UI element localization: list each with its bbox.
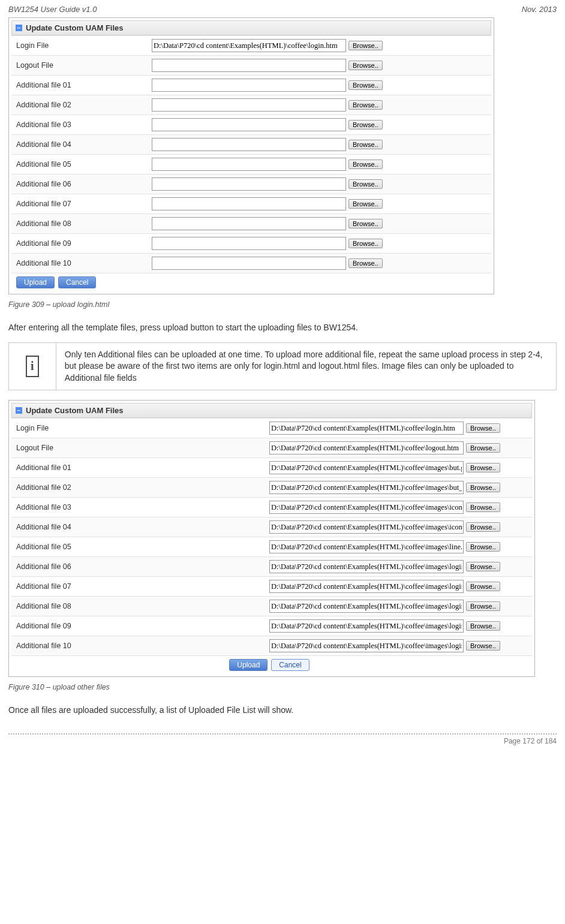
file-row-controls: Browse.. bbox=[147, 155, 491, 174]
file-row-label: Additional file 03 bbox=[11, 498, 265, 517]
browse-button[interactable]: Browse.. bbox=[348, 179, 383, 189]
browse-button[interactable]: Browse.. bbox=[348, 100, 383, 110]
file-row: Login FileBrowse.. bbox=[11, 36, 491, 56]
file-path-input[interactable] bbox=[269, 441, 464, 455]
file-path-input[interactable] bbox=[269, 422, 464, 435]
page-header: BW1254 User Guide v1.0 Nov. 2013 bbox=[8, 5, 557, 17]
browse-button[interactable]: Browse.. bbox=[466, 483, 500, 492]
file-path-input[interactable] bbox=[269, 580, 464, 593]
file-path-input[interactable] bbox=[269, 639, 464, 652]
file-row-controls: Browse.. bbox=[147, 115, 491, 135]
file-path-input[interactable] bbox=[269, 461, 464, 474]
file-row: Additional file 06Browse.. bbox=[11, 557, 532, 577]
file-row-controls: Browse.. bbox=[265, 537, 532, 557]
file-path-input[interactable] bbox=[269, 501, 464, 514]
info-icon: i bbox=[26, 356, 39, 377]
file-row-label: Logout File bbox=[11, 438, 265, 458]
file-row-controls: Browse.. bbox=[265, 478, 532, 498]
browse-button[interactable]: Browse.. bbox=[466, 621, 500, 631]
file-row-label: Additional file 08 bbox=[11, 214, 147, 234]
panel2-table: Login FileBrowse..Logout FileBrowse..Add… bbox=[11, 418, 532, 674]
file-row-label: Additional file 03 bbox=[11, 115, 147, 135]
file-row-label: Additional file 02 bbox=[11, 478, 265, 498]
file-row-controls: Browse.. bbox=[265, 517, 532, 537]
file-row: Additional file 07Browse.. bbox=[11, 194, 491, 214]
browse-button[interactable]: Browse.. bbox=[348, 120, 383, 130]
file-path-input[interactable] bbox=[152, 98, 346, 112]
figure-caption-2: Figure 310 – upload other files bbox=[8, 683, 557, 691]
browse-button[interactable]: Browse.. bbox=[466, 641, 500, 651]
file-path-input[interactable] bbox=[269, 560, 464, 573]
browse-button[interactable]: Browse.. bbox=[348, 61, 383, 70]
file-row-controls: Browse.. bbox=[147, 95, 491, 115]
browse-button[interactable]: Browse.. bbox=[348, 239, 383, 248]
file-path-input[interactable] bbox=[152, 177, 346, 191]
file-path-input[interactable] bbox=[152, 197, 346, 210]
upload-button[interactable]: Upload bbox=[229, 659, 268, 671]
browse-button[interactable]: Browse.. bbox=[466, 522, 500, 532]
file-row: Additional file 04Browse.. bbox=[11, 135, 491, 155]
file-row-label: Additional file 08 bbox=[11, 597, 265, 616]
file-row: Logout FileBrowse.. bbox=[11, 56, 491, 76]
collapse-icon[interactable] bbox=[16, 25, 22, 31]
browse-button[interactable]: Browse.. bbox=[466, 423, 500, 433]
file-row: Additional file 01Browse.. bbox=[11, 458, 532, 478]
collapse-icon[interactable] bbox=[16, 407, 22, 414]
browse-button[interactable]: Browse.. bbox=[348, 159, 383, 169]
browse-button[interactable]: Browse.. bbox=[348, 258, 383, 268]
file-path-input[interactable] bbox=[269, 619, 464, 633]
browse-button[interactable]: Browse.. bbox=[466, 463, 500, 472]
file-row-label: Additional file 07 bbox=[11, 194, 147, 214]
file-path-input[interactable] bbox=[152, 118, 346, 131]
file-path-input[interactable] bbox=[152, 257, 346, 270]
upload-button[interactable]: Upload bbox=[16, 276, 55, 288]
file-row-label: Additional file 05 bbox=[11, 155, 147, 174]
doc-date: Nov. 2013 bbox=[522, 5, 557, 14]
paragraph-1: After entering all the template files, p… bbox=[8, 322, 557, 334]
file-row-controls: Browse.. bbox=[265, 557, 532, 577]
file-row-label: Additional file 10 bbox=[11, 636, 265, 656]
file-path-input[interactable] bbox=[152, 237, 346, 250]
browse-button[interactable]: Browse.. bbox=[348, 41, 383, 50]
browse-button[interactable]: Browse.. bbox=[466, 542, 500, 552]
page-footer: Page 172 of 184 bbox=[8, 733, 557, 745]
file-row-label: Additional file 01 bbox=[11, 458, 265, 478]
page-number: Page 172 of 184 bbox=[504, 737, 557, 745]
file-path-input[interactable] bbox=[152, 79, 346, 92]
doc-title: BW1254 User Guide v1.0 bbox=[8, 5, 97, 14]
file-path-input[interactable] bbox=[152, 59, 346, 72]
browse-button[interactable]: Browse.. bbox=[466, 443, 500, 453]
file-path-input[interactable] bbox=[269, 520, 464, 534]
file-row-label: Additional file 09 bbox=[11, 234, 147, 254]
file-path-input[interactable] bbox=[269, 600, 464, 613]
browse-button[interactable]: Browse.. bbox=[348, 199, 383, 209]
browse-button[interactable]: Browse.. bbox=[466, 502, 500, 512]
cancel-button[interactable]: Cancel bbox=[271, 659, 309, 671]
file-row: Additional file 09Browse.. bbox=[11, 234, 491, 254]
browse-button[interactable]: Browse.. bbox=[466, 562, 500, 571]
file-row: Additional file 08Browse.. bbox=[11, 214, 491, 234]
browse-button[interactable]: Browse.. bbox=[466, 601, 500, 611]
file-row-label: Login File bbox=[11, 36, 147, 56]
file-path-input[interactable] bbox=[269, 540, 464, 553]
file-row-controls: Browse.. bbox=[265, 419, 532, 438]
file-path-input[interactable] bbox=[269, 481, 464, 494]
panel2-header: Update Custom UAM Files bbox=[11, 403, 532, 418]
file-row-label: Additional file 06 bbox=[11, 557, 265, 577]
file-path-input[interactable] bbox=[152, 39, 346, 52]
paragraph-2: Once all files are uploaded successfully… bbox=[8, 705, 557, 717]
browse-button[interactable]: Browse.. bbox=[348, 219, 383, 228]
panel1-title: Update Custom UAM Files bbox=[26, 23, 124, 32]
file-path-input[interactable] bbox=[152, 138, 346, 151]
cancel-button[interactable]: Cancel bbox=[58, 276, 96, 288]
file-row-controls: Browse.. bbox=[147, 194, 491, 214]
info-text: Only ten Additional files can be uploade… bbox=[56, 343, 556, 390]
file-row-controls: Browse.. bbox=[265, 458, 532, 478]
panel1-header: Update Custom UAM Files bbox=[11, 20, 491, 35]
browse-button[interactable]: Browse.. bbox=[348, 140, 383, 149]
browse-button[interactable]: Browse.. bbox=[466, 582, 500, 591]
file-path-input[interactable] bbox=[152, 158, 346, 171]
browse-button[interactable]: Browse.. bbox=[348, 80, 383, 90]
file-row-controls: Browse.. bbox=[147, 254, 491, 273]
file-path-input[interactable] bbox=[152, 217, 346, 230]
